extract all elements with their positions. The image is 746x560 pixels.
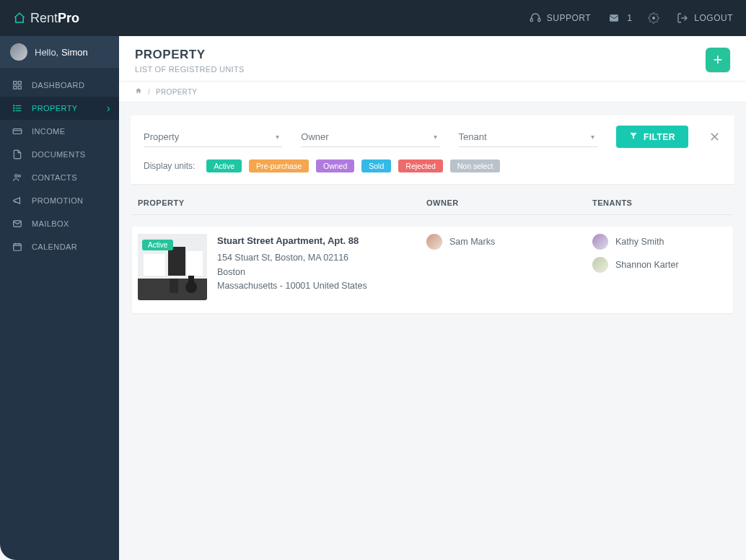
sidebar-item-calendar[interactable]: CALENDAR [0, 235, 119, 258]
svg-rect-28 [170, 279, 178, 293]
sidebar-item-label: DASHBOARD [32, 81, 84, 89]
property-select[interactable]: Property ▾ [144, 127, 282, 147]
sidebar-item-promotion[interactable]: PROMOTION [0, 189, 119, 212]
sidebar: Hello, Simon DASHBOARD PROPERTY INCOME [0, 36, 119, 560]
tenant-select-label: Tenant [459, 131, 487, 142]
chevron-down-icon: ▾ [434, 133, 437, 141]
settings-link[interactable] [648, 12, 659, 24]
home-icon[interactable] [135, 87, 142, 96]
sidebar-item-label: CALENDAR [32, 242, 77, 251]
table-row[interactable]: Active Stuart Street Apartment, Apt. 88 … [132, 227, 733, 313]
mail-count: 1 [627, 13, 632, 23]
owner-select[interactable]: Owner ▾ [301, 127, 439, 147]
sidebar-item-documents[interactable]: DOCUMENTS [0, 143, 119, 166]
sidebar-item-label: MAILBOX [32, 219, 69, 228]
avatar [592, 257, 608, 273]
sidebar-item-dashboard[interactable]: DASHBOARD [0, 74, 119, 97]
breadcrumb: / PROPERTY [119, 82, 746, 102]
col-header-property: PROPERTY [138, 198, 426, 207]
sidebar-item-contacts[interactable]: CONTACTS [0, 166, 119, 189]
svg-rect-25 [144, 254, 165, 276]
mail-link[interactable]: 1 [608, 12, 632, 24]
page-header: PROPERTY LIST OF REGISTRED UNITS + [119, 36, 746, 82]
logout-label: LOGOUT [694, 13, 733, 23]
col-header-tenants: TENANTS [592, 198, 727, 207]
svg-point-12 [14, 108, 14, 108]
sidebar-item-label: INCOME [32, 127, 65, 136]
support-link[interactable]: SUPPORT [530, 12, 591, 24]
brand-prefix: Rent [30, 11, 58, 25]
address-line-3: Massachusetts - 10001 United States [217, 279, 367, 293]
tenant-person[interactable]: Shannon Karter [592, 257, 727, 273]
sidebar-item-income[interactable]: INCOME [0, 120, 119, 143]
svg-point-3 [652, 17, 655, 19]
main-content: PROPERTY LIST OF REGISTRED UNITS + / PRO… [119, 36, 746, 560]
address-line-1: 154 Stuart St, Boston, MA 02116 [217, 251, 367, 265]
plus-icon: + [714, 51, 723, 69]
property-select-label: Property [144, 131, 179, 142]
chip-pre-purchase[interactable]: Pre-purchase [249, 159, 309, 172]
svg-point-13 [14, 110, 14, 111]
sidebar-item-label: DOCUMENTS [32, 150, 86, 159]
headset-icon [530, 12, 541, 24]
filter-button[interactable]: FILTER [616, 126, 688, 148]
support-label: SUPPORT [547, 13, 591, 23]
envelope-icon [12, 219, 23, 229]
tenant-name: Kathy Smith [615, 237, 664, 247]
sidebar-item-label: PROPERTY [32, 104, 78, 113]
property-thumbnail: Active [138, 234, 207, 300]
breadcrumb-current: PROPERTY [156, 88, 197, 96]
status-badge: Active [142, 240, 173, 250]
chip-owned[interactable]: Owned [316, 159, 354, 172]
sidebar-item-property[interactable]: PROPERTY [0, 97, 119, 120]
logout-icon [677, 12, 688, 24]
grid-icon [12, 80, 23, 90]
chevron-down-icon: ▾ [276, 133, 279, 141]
svg-rect-0 [530, 19, 532, 22]
logout-link[interactable]: LOGOUT [677, 12, 733, 24]
svg-rect-4 [14, 82, 17, 84]
file-icon [12, 149, 23, 159]
avatar [10, 43, 27, 61]
svg-rect-7 [18, 86, 21, 89]
clear-filters-button[interactable]: ✕ [707, 129, 721, 145]
sidebar-item-mailbox[interactable]: MAILBOX [0, 212, 119, 235]
house-icon [13, 12, 26, 25]
avatar [592, 234, 608, 250]
tenant-person[interactable]: Kathy Smith [592, 234, 727, 250]
user-greeting[interactable]: Hello, Simon [0, 36, 119, 68]
brand-logo[interactable]: RentPro [13, 11, 79, 26]
svg-point-16 [15, 175, 18, 178]
avatar [426, 234, 442, 250]
svg-rect-19 [14, 244, 22, 250]
page-subtitle: LIST OF REGISTRED UNITS [135, 65, 245, 74]
svg-point-17 [18, 175, 20, 177]
svg-rect-5 [18, 82, 21, 84]
page-title: PROPERTY [135, 48, 245, 62]
user-name: Simon [61, 47, 88, 58]
tenant-select[interactable]: Tenant ▾ [459, 127, 597, 147]
filter-button-label: FILTER [644, 132, 675, 142]
col-header-owner: OWNER [426, 198, 592, 207]
property-title: Stuart Street Apartment, Apt. 88 [217, 234, 367, 248]
add-property-button[interactable]: + [706, 48, 730, 72]
breadcrumb-separator: / [148, 88, 150, 96]
owner-person[interactable]: Sam Marks [426, 234, 592, 250]
svg-rect-6 [14, 86, 17, 89]
svg-rect-1 [538, 19, 540, 22]
owner-select-label: Owner [301, 131, 328, 142]
users-icon [12, 172, 23, 183]
sidebar-item-label: PROMOTION [32, 196, 83, 205]
mail-icon [608, 12, 620, 24]
chip-active[interactable]: Active [206, 159, 242, 172]
brand-suffix: Pro [58, 11, 79, 25]
hello-text: Hello, [35, 47, 58, 58]
svg-point-11 [14, 105, 14, 106]
topbar: RentPro SUPPORT 1 LOGOUT [0, 0, 746, 36]
chip-sold[interactable]: Sold [361, 159, 391, 172]
display-units-label: Display units: [144, 161, 195, 171]
list-icon [12, 103, 23, 113]
chip-rejected[interactable]: Rejected [398, 159, 442, 172]
chevron-down-icon: ▾ [591, 133, 594, 141]
chip-non-select[interactable]: Non select [450, 159, 501, 172]
